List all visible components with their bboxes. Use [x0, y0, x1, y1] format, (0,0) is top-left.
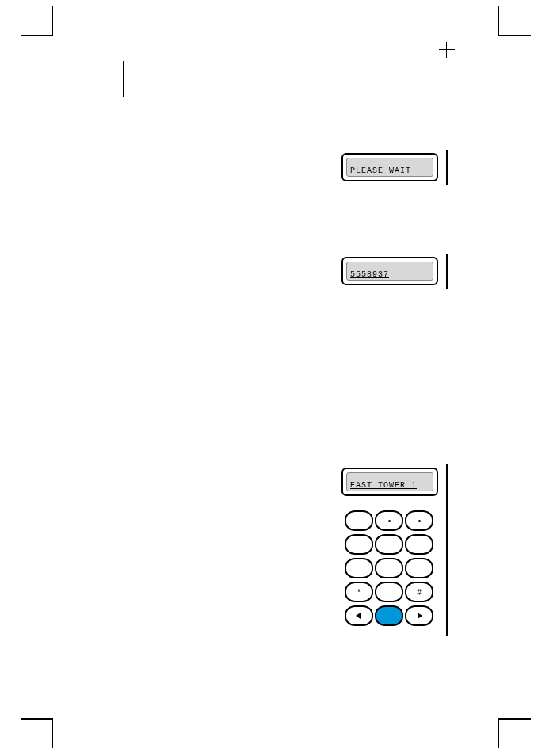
registration-cross-top — [439, 42, 455, 58]
lcd-panel-number: 5558937 — [337, 254, 448, 289]
key-5[interactable] — [375, 534, 403, 555]
registration-cross-bottom — [93, 701, 109, 716]
crop-mark-br-v — [498, 718, 499, 748]
lcd-screen: PLEASE WAIT — [346, 158, 433, 177]
svg-marker-1 — [418, 613, 422, 619]
lcd-frame: 5558937 — [341, 257, 438, 285]
lcd-screen: 5558937 — [346, 262, 433, 281]
key-left[interactable] — [345, 605, 373, 626]
lcd-text-number: 5558937 — [350, 270, 389, 279]
key-3[interactable] — [405, 510, 433, 531]
key-0[interactable] — [375, 582, 403, 602]
svg-marker-0 — [356, 613, 361, 619]
crop-mark-tl-h — [21, 35, 53, 36]
key-right[interactable] — [405, 605, 433, 626]
key-9[interactable] — [405, 558, 433, 578]
guide-vertical-top — [123, 61, 124, 97]
keypad: *# — [345, 510, 433, 626]
key-star[interactable]: * — [345, 582, 373, 602]
key-center[interactable] — [375, 605, 403, 626]
lcd-panel-wait: PLEASE WAIT — [337, 150, 448, 185]
crop-mark-br-h — [499, 718, 531, 720]
lcd-frame: PLEASE WAIT — [341, 153, 438, 181]
crop-mark-bl-v — [52, 718, 53, 748]
key-1[interactable] — [345, 510, 373, 531]
lcd-frame: EAST TOWER 1 — [341, 468, 438, 496]
crop-mark-tl-v — [52, 6, 53, 36]
lcd-text-east-tower: EAST TOWER 1 — [350, 481, 417, 490]
key-6[interactable] — [405, 534, 433, 555]
lcd-text-wait: PLEASE WAIT — [350, 166, 411, 175]
lcd-screen: EAST TOWER 1 — [346, 472, 433, 491]
key-2[interactable] — [375, 510, 403, 531]
crop-mark-bl-h — [21, 718, 53, 720]
key-hash[interactable]: # — [405, 582, 433, 602]
key-7[interactable] — [345, 558, 373, 578]
crop-mark-tr-v — [498, 6, 499, 36]
key-8[interactable] — [375, 558, 403, 578]
keypad-device: EAST TOWER 1 *# — [337, 464, 448, 636]
crop-mark-tr-h — [499, 35, 531, 36]
key-4[interactable] — [345, 534, 373, 555]
